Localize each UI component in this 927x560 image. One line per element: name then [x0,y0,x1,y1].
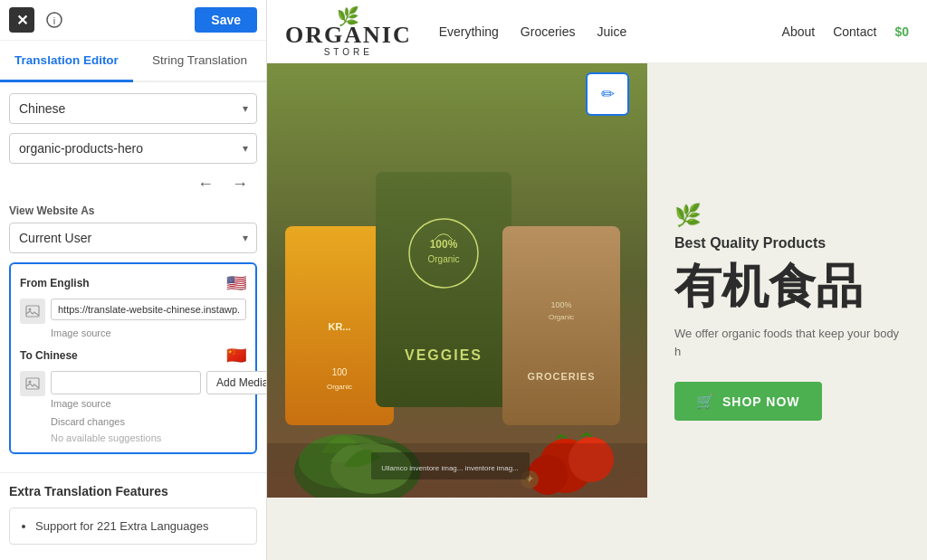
site-nav: 🌿 ORGANIC STORE Everything Groceries Jui… [267,0,927,63]
target-field: Add Media [20,371,246,396]
view-section: View Website As Current User Guest Admin… [9,204,257,253]
image-icon-source [20,299,45,324]
top-bar: ✕ i Save [0,0,266,41]
hero-description: We offer organic foods that keep your bo… [674,325,900,360]
image-icon-target [20,371,45,396]
extra-section-title: Extra Translation Features [9,484,257,498]
svg-text:100%: 100% [550,300,571,309]
hero-title-chinese: 有机食品 [674,261,900,312]
shop-now-label: SHOP NOW [722,394,800,409]
source-field [20,299,246,324]
svg-rect-4 [26,378,39,389]
nav-item-everything[interactable]: Everything [439,24,499,39]
to-lang-label: To Chinese [20,349,78,362]
logo-sub: STORE [324,47,373,57]
svg-rect-2 [26,306,39,317]
nav-arrows: ← → [9,173,257,195]
products-scene: KR... 100 Organic 100% Organic VEGGIES [267,63,647,560]
from-flag: 🇺🇸 [226,273,246,293]
close-button[interactable]: ✕ [9,7,34,33]
hero-section: KR... 100 Organic 100% Organic VEGGIES [267,63,927,560]
discard-changes-link[interactable]: Discard changes [51,416,246,427]
from-lang-label: From English [20,277,90,289]
no-suggestions-text: No available suggestions [51,432,246,443]
svg-text:Organic: Organic [549,313,574,321]
site-logo: 🌿 ORGANIC STORE [285,5,412,57]
svg-text:GROCERIES: GROCERIES [527,371,595,382]
hero-image-area: KR... 100 Organic 100% Organic VEGGIES [267,63,647,560]
svg-text:KR...: KR... [328,321,350,332]
target-field-label: Image source [51,398,246,409]
to-lang-row: To Chinese 🇨🇳 [20,346,246,365]
svg-point-5 [29,381,32,384]
nav-item-contact[interactable]: Contact [833,24,876,39]
page-select[interactable]: organic-products-hero home about [9,133,257,164]
right-panel: 🌿 ORGANIC STORE Everything Groceries Jui… [267,0,927,560]
page-select-wrapper: organic-products-hero home about ▾ [9,133,257,164]
target-url-input[interactable] [51,371,201,394]
svg-rect-12 [376,172,511,407]
svg-text:Organic: Organic [327,383,352,391]
svg-rect-17 [502,226,620,425]
nav-back-button[interactable]: ← [192,173,219,195]
add-media-button[interactable]: Add Media [206,371,267,394]
nav-price[interactable]: $0 [894,24,909,39]
hero-svg: KR... 100 Organic 100% Organic VEGGIES [267,63,647,498]
nav-item-about[interactable]: About [782,24,816,39]
tab-translation-editor[interactable]: Translation Editor [0,41,133,82]
svg-point-3 [29,308,32,311]
hero-subtitle: Best Quality Products [674,235,900,252]
extra-card-item: Support for 221 Extra Languages [35,519,245,533]
nav-right: About Contact $0 [782,24,909,39]
svg-text:Ullamco inventore imag... inve: Ullamco inventore imag... inventore imag… [381,464,519,472]
view-as-select-wrapper: Current User Guest Administrator ▾ [9,223,257,253]
svg-text:100%: 100% [430,238,458,251]
view-section-label: View Website As [9,204,257,217]
extra-features-card: Support for 221 Extra Languages [9,508,257,545]
source-url-input[interactable] [51,299,246,320]
save-button[interactable]: Save [195,7,257,33]
tab-string-translation[interactable]: String Translation [133,41,266,82]
info-button[interactable]: i [42,7,67,33]
svg-text:i: i [53,15,55,26]
language-select-wrapper: Chinese French Spanish ▾ [9,93,257,124]
svg-text:Organic: Organic [427,254,459,264]
leaves-decoration: 🌿 [674,203,900,228]
view-as-select[interactable]: Current User Guest Administrator [9,223,257,253]
nav-item-groceries[interactable]: Groceries [521,24,576,39]
nav-item-juice[interactable]: Juice [597,24,627,39]
extra-section: Extra Translation Features Support for 2… [0,472,266,555]
from-lang-row: From English 🇺🇸 [20,273,246,293]
nav-forward-button[interactable]: → [226,173,253,195]
translation-box: From English 🇺🇸 Image source [9,262,257,454]
shop-now-button[interactable]: 🛒 SHOP NOW [674,382,822,421]
to-flag: 🇨🇳 [226,346,246,365]
tab-bar: Translation Editor String Translation [0,41,266,82]
svg-text:100: 100 [332,367,348,377]
left-panel: ✕ i Save Translation Editor String Trans… [0,0,267,560]
edit-pen-icon: ✏ [601,84,615,104]
main-nav: Everything Groceries Juice [439,24,782,39]
source-field-label: Image source [51,327,246,338]
panel-body: Chinese French Spanish ▾ organic-product… [0,82,266,472]
svg-text:VEGGIES: VEGGIES [405,347,483,363]
logo-text: ORGANIC [285,24,412,47]
edit-overlay-button[interactable]: ✏ [586,72,629,116]
cart-icon: 🛒 [696,393,715,410]
language-select[interactable]: Chinese French Spanish [9,93,257,124]
hero-text-area: 🌿 Best Quality Products 有机食品 We offer or… [647,63,927,560]
